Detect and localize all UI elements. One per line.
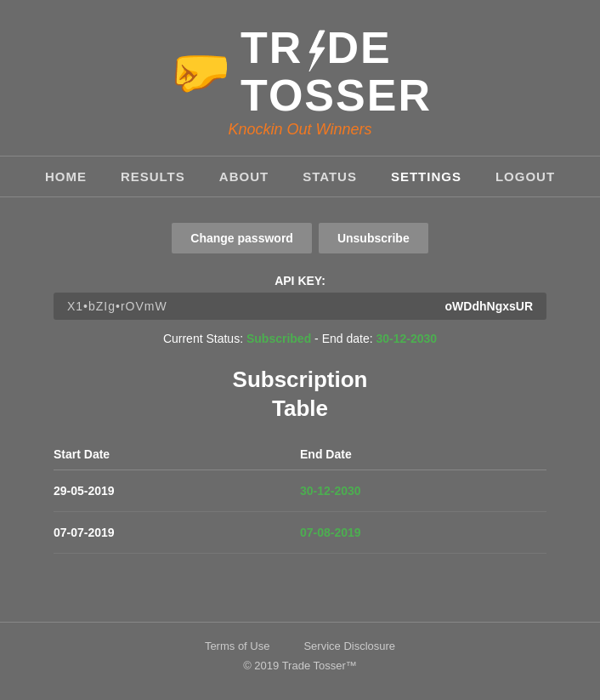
service-disclosure-link[interactable]: Service Disclosure: [303, 640, 395, 652]
logo-tagline: Knockin Out Winners: [229, 121, 372, 139]
api-key-end: oWDdhNgxsUR: [445, 299, 533, 313]
nav-logout[interactable]: LOGOUT: [495, 169, 555, 184]
api-key-label: API KEY:: [275, 274, 325, 287]
row1-end: 30-12-2030: [300, 484, 546, 498]
nav-status[interactable]: STATUS: [303, 169, 357, 184]
table-row: 07-07-2019 07-08-2019: [54, 512, 546, 554]
status-value: Subscribed: [246, 332, 311, 345]
row1-start: 29-05-2019: [54, 484, 300, 498]
nav-results[interactable]: RESULTS: [121, 169, 185, 184]
col-header-end: End Date: [300, 447, 546, 461]
nav-about[interactable]: ABOUT: [219, 169, 269, 184]
row2-start: 07-07-2019: [54, 526, 300, 539]
subscription-title: Subscription Table: [233, 366, 368, 424]
nav-settings[interactable]: SETTINGS: [391, 169, 461, 184]
svg-marker-0: [309, 31, 325, 71]
end-date-label: End date:: [322, 332, 373, 345]
logo-de: DE: [326, 23, 391, 72]
api-key-bar: X1•bZIg•rOVmW oWDdhNgxsUR: [54, 293, 546, 320]
unsubscribe-button[interactable]: Unsubscribe: [319, 223, 428, 253]
logo-tr: TR: [241, 23, 303, 72]
api-key-masked: X1•bZIg•rOVmW: [67, 299, 445, 313]
footer: Terms of Use Service Disclosure © 2019 T…: [0, 622, 600, 689]
row2-end: 07-08-2019: [300, 526, 546, 539]
main-content: Change password Unsubscribe API KEY: X1•…: [0, 197, 600, 579]
footer-links: Terms of Use Service Disclosure: [17, 640, 583, 652]
logo-tosser: TOSSER: [241, 73, 432, 117]
change-password-button[interactable]: Change password: [172, 223, 312, 253]
footer-copyright: © 2019 Trade Tosser™: [17, 659, 583, 672]
logo-trade: TR DE: [241, 26, 432, 73]
nav-home[interactable]: HOME: [45, 169, 87, 184]
terms-of-use-link[interactable]: Terms of Use: [205, 640, 270, 652]
end-date-value: 30-12-2030: [376, 332, 437, 345]
subscription-table: Start Date End Date 29-05-2019 30-12-203…: [54, 441, 546, 554]
status-label: Current Status:: [163, 332, 243, 345]
action-buttons: Change password Unsubscribe: [172, 223, 427, 253]
table-row: 29-05-2019 30-12-2030: [54, 470, 546, 512]
hand-icon: 🤜: [168, 42, 232, 102]
nav: HOME RESULTS ABOUT STATUS SETTINGS LOGOU…: [0, 156, 600, 197]
lightning-icon: [303, 29, 326, 73]
logo-area: 🤜 TR DE TOSSER: [168, 26, 432, 117]
status-line: Current Status: Subscribed - End date: 3…: [163, 332, 437, 345]
table-header: Start Date End Date: [54, 441, 546, 470]
logo-text: TR DE TOSSER: [241, 26, 432, 117]
col-header-start: Start Date: [54, 447, 300, 461]
header: 🤜 TR DE TOSSER Knockin Out Winners: [0, 0, 600, 156]
